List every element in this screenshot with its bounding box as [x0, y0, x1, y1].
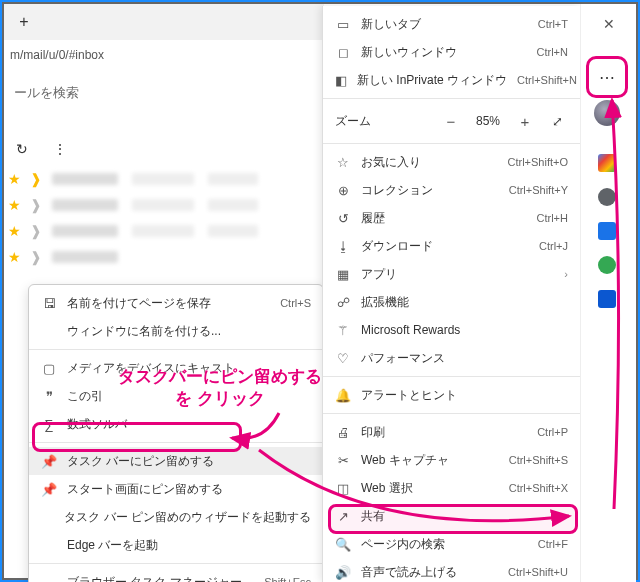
- fullscreen-button[interactable]: ⤢: [546, 110, 568, 132]
- speaker-icon: 🔊: [335, 565, 351, 580]
- collections-icon: ⊕: [335, 183, 351, 198]
- favorites-item[interactable]: ☆お気に入りCtrl+Shift+O: [323, 148, 580, 176]
- download-icon: ⭳: [335, 239, 351, 254]
- share-icon: ↗: [335, 509, 351, 524]
- collections-item[interactable]: ⊕コレクションCtrl+Shift+Y: [323, 176, 580, 204]
- label: ブラウザー タスク マネージャー: [67, 574, 254, 583]
- zoom-row: ズーム − 85% + ⤢: [323, 103, 580, 139]
- label: スタート画面にピン留めする: [67, 481, 311, 498]
- pin-icon: 📌: [41, 454, 57, 469]
- search-placeholder: ールを検索: [14, 84, 79, 102]
- sidebar-app-icon[interactable]: [598, 222, 616, 240]
- math-icon: ∑: [41, 417, 57, 432]
- capture-icon: ✂: [335, 453, 351, 468]
- history-icon: ↺: [335, 211, 351, 226]
- shortcut: Ctrl+S: [280, 297, 311, 309]
- window-icon: ◻: [335, 45, 351, 60]
- web-select-item[interactable]: ◫Web 選択Ctrl+Shift+X: [323, 474, 580, 502]
- url-text: m/mail/u/0/#inbox: [10, 48, 104, 62]
- label: タスク バー ピン留めのウィザードを起動する: [64, 509, 311, 526]
- label: ウィンドウに名前を付ける...: [67, 323, 311, 340]
- label: Edge バーを起動: [67, 537, 311, 554]
- mail-row[interactable]: ★❱: [4, 218, 324, 244]
- label: タスク バーにピン留めする: [67, 453, 311, 470]
- zoom-value: 85%: [472, 114, 504, 128]
- importance-icon: ❱: [30, 197, 44, 213]
- mail-list: ★❱ ★❱ ★❱ ★❱: [4, 166, 324, 270]
- history-item[interactable]: ↺履歴Ctrl+H: [323, 204, 580, 232]
- star-icon: ☆: [335, 155, 351, 170]
- close-button[interactable]: ✕: [590, 10, 628, 38]
- sidebar-app-icon[interactable]: [598, 188, 616, 206]
- rewards-icon: ⚚: [335, 323, 351, 338]
- mail-row[interactable]: ★❱: [4, 244, 324, 270]
- label: メディアをデバイスにキャスト: [67, 360, 311, 377]
- web-capture-item[interactable]: ✂Web キャプチャCtrl+Shift+S: [323, 446, 580, 474]
- save-icon: 🖫: [41, 296, 57, 311]
- extensions-icon: ☍: [335, 295, 351, 310]
- cast-button[interactable]: ▢ メディアをデバイスにキャスト: [29, 354, 323, 382]
- refresh-button[interactable]: ↻: [10, 137, 34, 161]
- rewards-item[interactable]: ⚚Microsoft Rewards: [323, 316, 580, 344]
- find-item[interactable]: 🔍ページ内の検索Ctrl+F: [323, 530, 580, 558]
- edge-bar-button[interactable]: Edge バーを起動: [29, 531, 323, 559]
- importance-icon: ❱: [30, 171, 44, 187]
- extensions-item[interactable]: ☍拡張機能: [323, 288, 580, 316]
- zoom-out-button[interactable]: −: [440, 110, 462, 132]
- save-page-button[interactable]: 🖫 名前を付けてページを保存 Ctrl+S: [29, 289, 323, 317]
- mail-row[interactable]: ★❱: [4, 192, 324, 218]
- search-input[interactable]: ールを検索: [4, 76, 324, 110]
- pin-wizard-button[interactable]: タスク バー ピン留めのウィザードを起動する: [29, 503, 323, 531]
- print-icon: 🖨: [335, 425, 351, 440]
- quote-button[interactable]: ❞ この引: [29, 382, 323, 410]
- more-button[interactable]: ⋮: [48, 137, 72, 161]
- star-icon: ★: [8, 197, 22, 213]
- select-icon: ◫: [335, 481, 351, 496]
- share-item[interactable]: ↗共有: [323, 502, 580, 530]
- star-icon: ★: [8, 171, 22, 187]
- task-manager-button[interactable]: ブラウザー タスク マネージャー Shift+Esc: [29, 568, 323, 582]
- sidebar-app-icon[interactable]: [598, 290, 616, 308]
- new-window-item[interactable]: ◻新しいウィンドウCtrl+N: [323, 38, 580, 66]
- label: 数式ソルバー: [67, 416, 311, 433]
- importance-icon: ❱: [30, 249, 44, 265]
- right-strip: ✕ ⋯: [580, 4, 636, 582]
- print-item[interactable]: 🖨印刷Ctrl+P: [323, 418, 580, 446]
- star-icon: ★: [8, 249, 22, 265]
- tab-icon: ▭: [335, 17, 351, 32]
- star-icon: ★: [8, 223, 22, 239]
- other-tools-submenu: 🖫 名前を付けてページを保存 Ctrl+S ウィンドウに名前を付ける... ▢ …: [28, 284, 324, 582]
- address-bar[interactable]: m/mail/u/0/#inbox: [4, 40, 324, 70]
- new-inprivate-item[interactable]: ◧新しい InPrivate ウィンドウCtrl+Shift+N: [323, 66, 580, 94]
- importance-icon: ❱: [30, 223, 44, 239]
- label: この引: [67, 388, 311, 405]
- downloads-item[interactable]: ⭳ダウンロードCtrl+J: [323, 232, 580, 260]
- new-tab-button[interactable]: +: [10, 8, 38, 36]
- math-solver-button[interactable]: ∑ 数式ソルバー: [29, 410, 323, 438]
- pin-taskbar-button[interactable]: 📌 タスク バーにピン留めする: [29, 447, 323, 475]
- mail-row[interactable]: ★❱: [4, 166, 324, 192]
- profile-avatar[interactable]: [594, 100, 620, 126]
- read-aloud-item[interactable]: 🔊音声で読み上げるCtrl+Shift+U: [323, 558, 580, 582]
- sidebar-app-icon[interactable]: [598, 256, 616, 274]
- inprivate-icon: ◧: [335, 73, 347, 88]
- shortcut: Shift+Esc: [264, 576, 311, 582]
- chevron-right-icon: ›: [564, 268, 568, 280]
- apps-item[interactable]: ▦アプリ›: [323, 260, 580, 288]
- quote-icon: ❞: [41, 389, 57, 404]
- apps-icon: ▦: [335, 267, 351, 282]
- settings-and-more-button[interactable]: ⋯: [592, 62, 622, 92]
- label: 名前を付けてページを保存: [67, 295, 270, 312]
- zoom-label: ズーム: [335, 113, 430, 130]
- pin-start-button[interactable]: 📌 スタート画面にピン留めする: [29, 475, 323, 503]
- edge-main-menu: ▭新しいタブCtrl+T ◻新しいウィンドウCtrl+N ◧新しい InPriv…: [322, 6, 580, 582]
- new-tab-item[interactable]: ▭新しいタブCtrl+T: [323, 10, 580, 38]
- pin-icon: 📌: [41, 482, 57, 497]
- name-window-button[interactable]: ウィンドウに名前を付ける...: [29, 317, 323, 345]
- performance-icon: ♡: [335, 351, 351, 366]
- bell-icon: 🔔: [335, 388, 351, 403]
- zoom-in-button[interactable]: +: [514, 110, 536, 132]
- sidebar-app-icon[interactable]: [598, 154, 616, 172]
- alerts-item[interactable]: 🔔アラートとヒント: [323, 381, 580, 409]
- performance-item[interactable]: ♡パフォーマンス: [323, 344, 580, 372]
